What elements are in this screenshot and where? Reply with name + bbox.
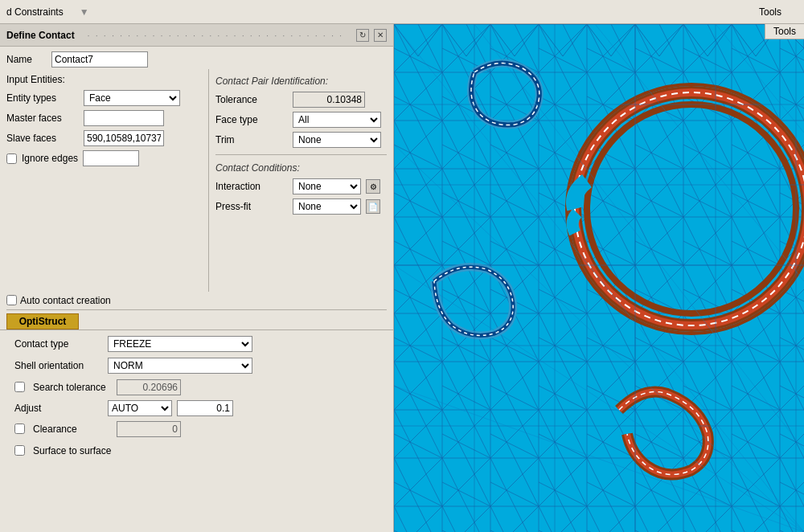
- tolerance-label: Tolerance: [215, 94, 288, 105]
- clearance-row: Clearance: [14, 420, 387, 438]
- clearance-checkbox[interactable]: [14, 424, 25, 434]
- adjust-label: Adjust: [14, 403, 103, 414]
- dialog-title: Define Contact: [6, 30, 75, 41]
- entity-types-label: Entity types: [6, 92, 79, 104]
- adjust-row: Adjust AUTO MANUAL: [14, 400, 387, 416]
- input-entities-header: Input Entities:: [6, 74, 202, 85]
- trim-row: Trim None: [215, 131, 387, 149]
- name-input[interactable]: [51, 51, 148, 68]
- clearance-value-input[interactable]: [117, 421, 181, 437]
- interaction-row: Interaction None ⚙: [215, 178, 387, 195]
- clearance-label: Clearance: [33, 424, 112, 435]
- shell-orientation-select[interactable]: NORM AUTO: [108, 358, 252, 374]
- name-label: Name: [6, 54, 47, 65]
- optistruct-content: Contact type FREEZE SLIDE STICK Shell or…: [0, 330, 393, 464]
- auto-contact-label: Auto contact creation: [20, 295, 111, 306]
- mesh-svg: [394, 24, 804, 532]
- master-faces-row: Master faces: [6, 109, 202, 127]
- tab-area: OptiStruct: [0, 310, 393, 330]
- surface-to-surface-row: Surface to surface: [14, 442, 387, 460]
- press-fit-icon-btn[interactable]: 📄: [366, 199, 380, 214]
- auto-contact-row: Auto contact creation: [0, 292, 393, 309]
- auto-contact-checkbox[interactable]: [6, 295, 17, 305]
- slave-faces-row: Slave faces: [6, 129, 202, 147]
- press-fit-select[interactable]: None: [293, 198, 361, 215]
- surface-to-surface-checkbox[interactable]: [14, 445, 25, 456]
- refresh-button[interactable]: ↻: [356, 29, 369, 42]
- contact-type-row: Contact type FREEZE SLIDE STICK: [14, 335, 387, 353]
- ignore-edges-checkbox[interactable]: [6, 153, 17, 164]
- master-faces-label: Master faces: [6, 113, 79, 124]
- adjust-select[interactable]: AUTO MANUAL: [108, 400, 172, 416]
- face-type-row: Face type All None: [215, 111, 387, 129]
- close-button[interactable]: ✕: [374, 29, 387, 42]
- tools-label-right: Tools: [773, 26, 796, 37]
- shell-orientation-row: Shell orientation NORM AUTO: [14, 357, 387, 374]
- name-row: Name: [0, 47, 393, 69]
- master-faces-input[interactable]: [84, 110, 164, 126]
- surface-to-surface-label: Surface to surface: [33, 445, 111, 456]
- constraints-label: d Constraints: [6, 6, 64, 18]
- tools-bar: Tools: [765, 24, 804, 39]
- trim-select[interactable]: None: [293, 132, 381, 148]
- ignore-edges-label: Ignore edges: [22, 153, 78, 164]
- dialog-title-bar: Define Contact · · · · · · · · · · · · ·…: [0, 24, 393, 47]
- search-tolerance-label: Search tolerance: [33, 382, 112, 393]
- trim-label: Trim: [215, 134, 288, 145]
- adjust-value-input[interactable]: [177, 400, 233, 416]
- entity-types-select[interactable]: Face Surface Solid: [84, 90, 180, 106]
- shell-orientation-label: Shell orientation: [14, 360, 103, 371]
- tolerance-row: Tolerance: [215, 91, 387, 108]
- top-bar: d Constraints ▼ Tools: [0, 0, 804, 24]
- left-col-entities: Input Entities: Entity types Face Surfac…: [0, 69, 209, 292]
- face-type-select[interactable]: All None: [293, 112, 381, 128]
- right-col-contact: Contact Pair Identification: Tolerance F…: [209, 69, 393, 292]
- left-panel: Define Contact · · · · · · · · · · · · ·…: [0, 24, 394, 532]
- tolerance-input: [293, 92, 365, 108]
- contact-conditions-label: Contact Conditions:: [215, 161, 387, 175]
- ignore-edges-row: Ignore edges: [6, 149, 202, 167]
- face-type-label: Face type: [215, 114, 288, 125]
- search-tolerance-checkbox[interactable]: [14, 382, 25, 392]
- entity-types-row: Entity types Face Surface Solid: [6, 89, 202, 107]
- slave-faces-input[interactable]: [84, 130, 164, 146]
- interaction-icon-btn[interactable]: ⚙: [366, 179, 380, 194]
- press-fit-row: Press-fit None 📄: [215, 198, 387, 215]
- interaction-select[interactable]: None: [293, 178, 361, 194]
- search-tolerance-input[interactable]: [117, 379, 181, 395]
- ignore-edges-input[interactable]: [83, 150, 139, 166]
- contact-type-select[interactable]: FREEZE SLIDE STICK: [108, 336, 252, 352]
- bottom-section: OptiStruct Contact type FREEZE SLIDE STI…: [0, 310, 393, 533]
- search-tolerance-row: Search tolerance: [14, 379, 387, 396]
- form-columns: Input Entities: Entity types Face Surfac…: [0, 69, 393, 292]
- main-content: Define Contact · · · · · · · · · · · · ·…: [0, 24, 804, 532]
- contact-type-label: Contact type: [14, 338, 103, 350]
- mesh-viewport: Tools: [394, 24, 804, 532]
- contact-pair-label: Contact Pair Identification:: [215, 74, 387, 88]
- interaction-label: Interaction: [215, 181, 288, 192]
- dotted-area: · · · · · · · · · · · · · · · · · · · · …: [75, 31, 356, 40]
- optistruct-tab[interactable]: OptiStruct: [6, 313, 79, 329]
- tools-label: Tools: [759, 6, 781, 18]
- dialog-title-icons: ↻ ✕: [356, 29, 387, 42]
- press-fit-label: Press-fit: [215, 201, 288, 212]
- slave-faces-label: Slave faces: [6, 133, 79, 144]
